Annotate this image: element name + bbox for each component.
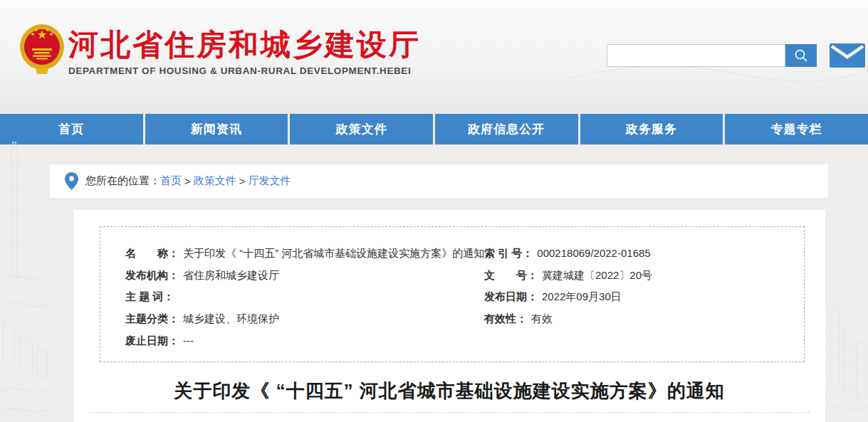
- metadata-row-document-number: 文 号：冀建城建〔2022〕20号: [484, 265, 804, 287]
- metadata-label: 主题分类：: [125, 312, 179, 325]
- metadata-value: 省住房和城乡建设厅: [183, 269, 279, 281]
- title-divider: [88, 412, 810, 413]
- national-emblem-logo[interactable]: [19, 23, 66, 75]
- breadcrumb-prefix: 您所在的位置：: [85, 174, 160, 188]
- article-title: 关于印发《 “十四五” 河北省城市基础设施建设实施方案》的通知: [73, 379, 825, 403]
- metadata-label: 文 号：: [484, 269, 538, 281]
- metadata-row-title: 名 称：关于印发《 “十四五” 河北省城市基础设施建设实施方案》的通知: [125, 243, 484, 265]
- metadata-label: 废止日期：: [125, 334, 179, 347]
- metadata-value: 000218069/2022-01685: [537, 247, 650, 259]
- search-icon: [793, 48, 809, 63]
- metadata-row-repeal-date: 废止日期：---: [125, 330, 484, 352]
- search-area: [607, 43, 865, 68]
- metadata-row-issuing-agency: 发布机构：省住房和城乡建设厅: [125, 265, 484, 287]
- metadata-label: 发布日期：: [484, 290, 538, 302]
- document-metadata-box: 名 称：关于印发《 “十四五” 河北省城市基础设施建设实施方案》的通知 发布机构…: [100, 226, 805, 362]
- metadata-column-right: 索 引 号：000218069/2022-01685 文 号：冀建城建〔2022…: [484, 243, 804, 362]
- metadata-value: 2022年09月30日: [542, 290, 622, 302]
- site-subtitle: DEPARTMENT OF HOUSING & URBAN-RURAL DEVE…: [68, 65, 421, 76]
- metadata-value: 关于印发《 “十四五” 河北省城市基础设施建设实施方案》的通知: [183, 247, 484, 259]
- nav-item-gov-services[interactable]: 政务服务: [580, 114, 723, 144]
- metadata-label: 发布机构：: [125, 269, 179, 281]
- metadata-label: 有效性：: [484, 312, 527, 325]
- breadcrumb-separator: >: [184, 175, 191, 187]
- nav-item-policy-documents[interactable]: 政策文件: [290, 114, 433, 144]
- metadata-row-subject-words: 主 题 词：: [125, 286, 484, 308]
- brand-block: 河北省住房和城乡建设厅 DEPARTMENT OF HOUSING & URBA…: [68, 28, 421, 76]
- metadata-value: ---: [183, 334, 194, 347]
- breadcrumb-separator: >: [239, 175, 246, 187]
- metadata-row-index-number: 索 引 号：000218069/2022-01685: [484, 243, 804, 265]
- metadata-column-left: 名 称：关于印发《 “十四五” 河北省城市基础设施建设实施方案》的通知 发布机构…: [125, 243, 484, 362]
- page: 河北省住房和城乡建设厅 DEPARTMENT OF HOUSING & URBA…: [0, 0, 868, 422]
- content-card: 名 称：关于印发《 “十四五” 河北省城市基础设施建设实施方案》的通知 发布机构…: [73, 210, 825, 422]
- left-watermark-sketch: [0, 135, 50, 420]
- right-watermark-sketch: [825, 270, 868, 422]
- site-title: 河北省住房和城乡建设厅: [68, 28, 421, 61]
- breadcrumb-link-policy-documents[interactable]: 政策文件: [194, 174, 236, 188]
- metadata-label: 主 题 词：: [125, 290, 174, 302]
- search-input[interactable]: [607, 44, 785, 67]
- metadata-value: 冀建城建〔2022〕20号: [542, 269, 652, 281]
- nav-item-gov-info-disclosure[interactable]: 政府信息公开: [435, 114, 578, 144]
- metadata-label: 索 引 号：: [484, 247, 533, 259]
- metadata-value: 有效: [531, 312, 553, 325]
- nav-item-home[interactable]: 首页: [0, 114, 143, 144]
- metadata-row-publish-date: 发布日期：2022年09月30日: [484, 286, 804, 308]
- mail-icon[interactable]: [830, 43, 865, 68]
- breadcrumb-link-department-documents[interactable]: 厅发文件: [249, 174, 291, 188]
- site-header: 河北省住房和城乡建设厅 DEPARTMENT OF HOUSING & URBA…: [0, 0, 868, 114]
- main-nav: 首页 新闻资讯 政策文件 政府信息公开 政务服务 专题专栏: [0, 114, 868, 144]
- location-pin-icon: [65, 172, 78, 190]
- metadata-label: 名 称：: [125, 247, 179, 259]
- nav-item-special-columns[interactable]: 专题专栏: [725, 114, 868, 144]
- search-button[interactable]: [785, 44, 817, 67]
- metadata-value: 城乡建设、环境保护: [183, 312, 279, 325]
- nav-item-news[interactable]: 新闻资讯: [145, 114, 288, 144]
- metadata-row-subject-category: 主题分类：城乡建设、环境保护: [125, 308, 484, 330]
- breadcrumb-link-home[interactable]: 首页: [160, 174, 182, 188]
- breadcrumb: 您所在的位置： 首页 > 政策文件 > 厅发文件: [50, 164, 828, 198]
- metadata-row-validity: 有效性：有效: [484, 308, 804, 330]
